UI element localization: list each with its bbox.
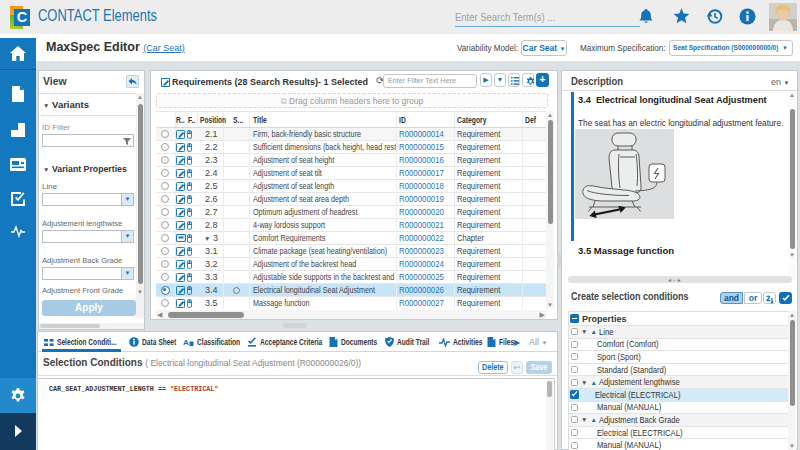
svg-text:A: A: [183, 338, 189, 347]
